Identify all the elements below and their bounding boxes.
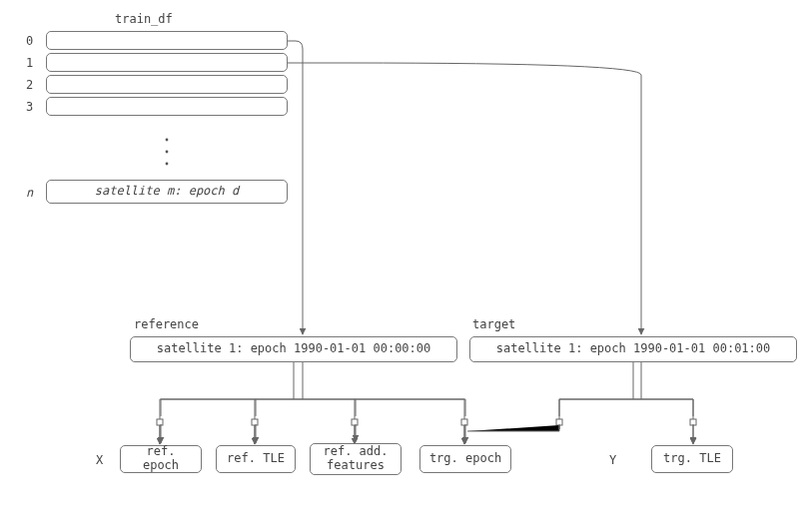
x-label: X: [96, 453, 103, 467]
ref-epoch-text: ref. epoch: [127, 445, 195, 473]
y-label: Y: [609, 453, 616, 467]
title-label: train_df: [115, 12, 173, 26]
row-index-3: 3: [26, 100, 33, 114]
target-box: satellite 1: epoch 1990-01-01 00:01:00: [469, 336, 797, 362]
ref-tle-text: ref. TLE: [227, 452, 285, 466]
svg-point-2: [166, 163, 169, 166]
reference-text: satellite 1: epoch 1990-01-01 00:00:00: [157, 342, 431, 356]
ref-epoch-box: ref. epoch: [120, 445, 202, 473]
target-text: satellite 1: epoch 1990-01-01 00:01:00: [496, 342, 771, 356]
trg-epoch-box: trg. epoch: [419, 445, 511, 473]
svg-rect-8: [690, 419, 696, 425]
svg-rect-6: [461, 419, 467, 425]
row-index-2: 2: [26, 78, 33, 92]
row-index-1: 1: [26, 56, 33, 70]
svg-rect-7: [556, 419, 562, 425]
trg-tle-text: trg. TLE: [663, 452, 721, 466]
svg-rect-3: [157, 419, 163, 425]
train-row-3: [46, 97, 288, 116]
train-row-1: [46, 53, 288, 72]
reference-box: satellite 1: epoch 1990-01-01 00:00:00: [130, 336, 457, 362]
row-index-0: 0: [26, 34, 33, 48]
row-index-n: n: [26, 186, 33, 200]
svg-point-0: [166, 139, 169, 142]
ref-tle-box: ref. TLE: [216, 445, 296, 473]
train-row-2: [46, 75, 288, 94]
train-row-0: [46, 31, 288, 50]
target-label: target: [472, 317, 515, 331]
trg-epoch-text: trg. epoch: [429, 452, 501, 466]
ref-add-text: ref. add. features: [323, 445, 388, 473]
svg-point-1: [166, 151, 169, 154]
train-row-n: satellite m: epoch d: [46, 180, 288, 204]
reference-label: reference: [134, 317, 199, 331]
svg-rect-4: [252, 419, 258, 425]
train-row-n-text: satellite m: epoch d: [95, 185, 240, 199]
svg-rect-5: [352, 419, 358, 425]
ref-add-box: ref. add. features: [310, 443, 402, 475]
trg-tle-box: trg. TLE: [651, 445, 733, 473]
